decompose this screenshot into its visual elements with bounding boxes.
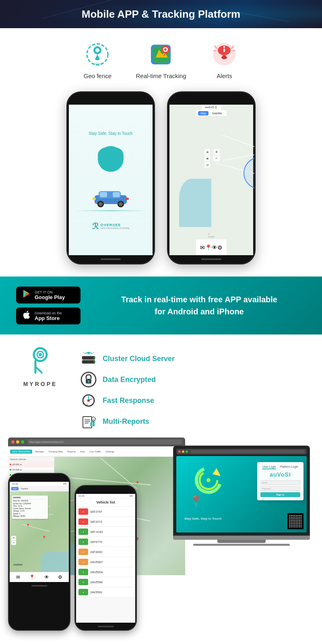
app-store-text: Download on the App Store [35, 311, 62, 321]
svg-rect-30 [126, 198, 129, 200]
download-banner: GET IT ON Google Play Download on the Ap… [0, 277, 322, 334]
geofence-label: Geo fence [84, 72, 111, 79]
toolbar-settings[interactable]: Settings [104, 450, 116, 454]
vehicle-list-item[interactable]: ● 3AT-4182 [76, 527, 135, 537]
toolbar-live[interactable]: Live Traffic [88, 450, 103, 454]
vehicle-list-item[interactable]: ● 3AT2272 [76, 517, 135, 527]
brand-name: auVoSI [260, 471, 300, 478]
feature-tracking: Real-time Tracking [136, 40, 186, 79]
vehicle-list-item[interactable]: ● 3AT2797 [76, 507, 135, 517]
battery-status: 🔋 [214, 106, 218, 109]
svg-point-42 [88, 380, 89, 382]
login-password-field[interactable]: Password [260, 486, 300, 491]
svg-point-48 [83, 403, 85, 405]
phone3-zoom-in[interactable]: + [11, 536, 16, 541]
phone3-nav-pin[interactable]: 📍 [29, 574, 35, 580]
page-title: Mobile APP & Tracking Platform [82, 8, 240, 21]
vehicle-list-item[interactable]: ● 2AU5967 [76, 557, 135, 567]
alerts-label: Alerts [217, 72, 232, 79]
svg-text:⚙: ⚙ [86, 403, 88, 406]
phone-mockup-1: Stay Safe, Stay in Touch [66, 91, 155, 264]
svg-point-8 [164, 48, 167, 51]
vehicle-info-box: 3AK6026 Plate No: 3AK6026 System No: 110… [12, 495, 48, 519]
login-signin-button[interactable]: Sign in [260, 492, 300, 497]
map-tool-3[interactable]: ⊡ [204, 162, 210, 167]
toolbar-manage[interactable]: Manage [33, 450, 45, 454]
vehicle-list-item[interactable]: ● 2AT2000 [76, 547, 135, 557]
platform-tab[interactable]: Platform Login [280, 465, 298, 469]
zoom-out[interactable]: − [213, 155, 220, 161]
oversee-text: OVERSEE [101, 223, 130, 227]
svg-point-2 [95, 48, 99, 52]
phone3-marker-3: 📍 [42, 536, 46, 540]
phone-notch-2 [195, 97, 227, 105]
toolbar-tracking-map[interactable]: Tracking Map [47, 450, 64, 454]
laptop-tagline: Stay Safe, Stay in Touch [184, 517, 221, 520]
login-tab[interactable]: User Login [262, 465, 276, 469]
phone-screen-1: Stay Safe, Stay in Touch [69, 105, 153, 255]
feature-cluster-cloud: Cluster Cloud Server [80, 351, 306, 367]
phone3-nav-msg[interactable]: ✉ [16, 574, 20, 580]
nav-location[interactable]: 📍 [205, 244, 212, 251]
lock-icon [80, 372, 97, 388]
nav-settings[interactable]: ⚙ [217, 244, 223, 251]
map-tool-2[interactable]: ⊠ [204, 155, 210, 161]
feature-alerts: Alerts [211, 40, 239, 79]
phones-overlay: 11:31 ▪▪▪▪ Map Satellite 📍 📍 📍 [8, 473, 137, 631]
phone3-map-tab[interactable]: Map [11, 487, 19, 490]
myrope-logo-area: MYROPE [16, 347, 64, 387]
myrope-logo-text: MYROPE [23, 381, 58, 387]
phone4-signal: ▪▪▪▪ [129, 495, 133, 497]
speed-icon: ⚙ [80, 392, 97, 409]
phone3-satellite-tab[interactable]: Satellite [19, 487, 30, 490]
phone-vehicle-list: 11:31 ▪▪▪▪ Vehicle list ● 3AT2797 ● 3AT2… [74, 485, 137, 631]
phone-screen-2: ▪▪▪▪ 9:41 🔋 Map Satellite 📍 [169, 105, 253, 255]
toolbar-alert[interactable]: Alert [78, 450, 87, 454]
alerts-icon [211, 40, 239, 68]
satellite-tab[interactable]: Satellite [210, 111, 225, 116]
svg-rect-24 [113, 192, 120, 197]
toolbar-tracking[interactable]: GPS TRACKING [10, 450, 32, 454]
time-display: 9:41 [209, 106, 215, 109]
vehicle-list-item[interactable]: ● 2AU5560 [76, 577, 135, 587]
feature-multi-reports: ⚙ Multi-Reports [80, 413, 306, 429]
cloud-server-icon [80, 351, 97, 367]
svg-rect-13 [223, 46, 225, 48]
svg-point-37 [93, 357, 95, 359]
map-tab[interactable]: Map [198, 111, 208, 116]
signal-status: ▪▪▪▪ [205, 106, 209, 109]
phone3-nav-gear[interactable]: ⚙ [58, 574, 62, 580]
store-buttons: GET IT ON Google Play Download on the Ap… [16, 287, 80, 324]
svg-point-39 [87, 352, 90, 354]
vehicle-list-item[interactable]: ● 2AU5004 [76, 567, 135, 577]
sidebar-vehicle-2[interactable]: VH-002 ● [8, 467, 54, 473]
svg-point-26 [99, 202, 103, 206]
app-store-button[interactable]: Download on the App Store [16, 308, 80, 324]
toolbar-reports[interactable]: Reports [66, 450, 77, 454]
phone3-marker-2: 📍 [26, 524, 30, 528]
phone3-nav-eye[interactable]: 👁 [44, 574, 49, 580]
vehicle-list-item[interactable]: ● 2AV5591 [76, 587, 135, 597]
login-email-field[interactable]: Email [260, 480, 300, 485]
header-banner: Mobile APP & Tracking Platform [0, 0, 322, 28]
reports-icon: ⚙ [80, 413, 97, 429]
google-play-button[interactable]: GET IT ON Google Play [16, 287, 80, 303]
myrope-logo-icon [24, 347, 56, 379]
zoom-in[interactable]: + [213, 149, 220, 155]
sidebar-vehicle-1[interactable]: VH-001 ● [8, 462, 54, 467]
multi-reports-label: Multi-Reports [103, 417, 149, 426]
login-box: User Login Platform Login auVoSI Email P… [257, 462, 303, 500]
nav-messages[interactable]: ✉ [200, 244, 205, 251]
svg-point-49 [93, 400, 95, 401]
svg-rect-56 [93, 421, 95, 426]
vehicle-list-item[interactable]: ● 3AT6770 [76, 537, 135, 547]
phone3-zoom-out[interactable]: − [11, 541, 16, 545]
phone-map-detail: 11:31 ▪▪▪▪ Map Satellite 📍 📍 📍 [8, 473, 70, 631]
nav-eye[interactable]: 👁 [212, 244, 217, 251]
platform-section: https://gps.overseetracking.com GPS TRAC… [0, 438, 322, 639]
svg-point-38 [93, 361, 95, 363]
feature-fast-response: ⚙ Fast Response [80, 392, 306, 409]
svg-rect-35 [82, 356, 95, 359]
cluster-cloud-label: Cluster Cloud Server [103, 355, 175, 363]
map-tool-1[interactable]: ⊞ [204, 149, 210, 155]
